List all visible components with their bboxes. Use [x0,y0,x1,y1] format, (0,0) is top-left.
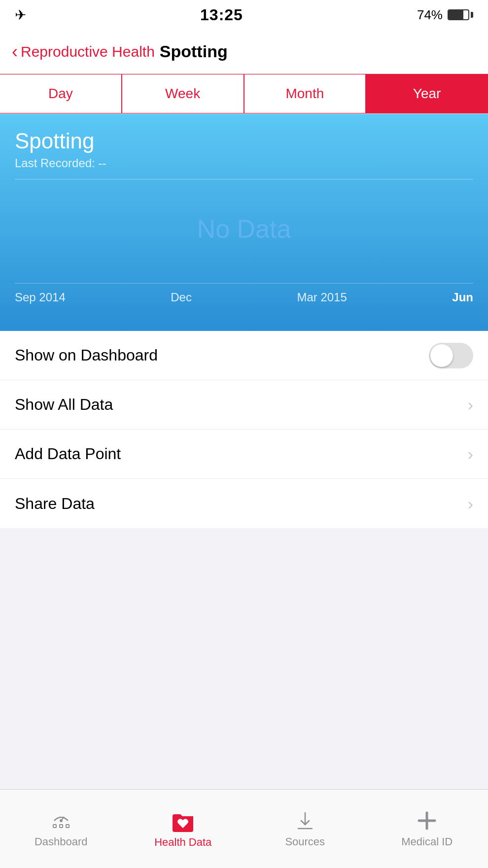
medical-id-tab-label: Medical ID [401,835,453,848]
axis-dec: Dec [171,290,192,304]
dashboard-tab-label: Dashboard [35,835,88,848]
chevron-container-1: › [468,395,473,414]
add-data-point-item[interactable]: Add Data Point › [0,430,488,479]
health-data-tab-label: Health Data [154,836,211,849]
airplane-icon: ✈ [15,7,26,23]
bottom-tab-sources[interactable]: Sources [244,810,366,848]
chart-divider [15,179,473,180]
status-bar: ✈ 13:25 74% [0,0,488,30]
page-title: Spotting [160,42,228,61]
show-all-data-item[interactable]: Show All Data › [0,380,488,430]
bottom-tab-health-data[interactable]: Health Data [122,809,244,849]
list-section: Show on Dashboard Show All Data › Add Da… [0,331,488,528]
chevron-container-2: › [468,444,473,464]
tab-year[interactable]: Year [366,74,488,113]
bottom-tab-bar: Dashboard Health Data Sources Medical ID [0,789,488,868]
toggle-container [429,343,473,368]
chart-card: Spotting Last Recorded: -- No Data Sep 2… [0,114,488,331]
chevron-container-3: › [468,494,473,513]
tab-day[interactable]: Day [0,74,122,113]
chevron-icon-1: › [468,395,473,414]
share-data-label: Share Data [15,495,95,513]
bottom-tab-dashboard[interactable]: Dashboard [0,810,122,848]
chevron-icon-3: › [468,494,473,513]
chart-axis: Sep 2014 Dec Mar 2015 Jun [15,283,473,312]
nav-header: ‹ Reproductive Health Spotting [0,30,488,74]
axis-jun: Jun [452,290,473,304]
axis-mar2015: Mar 2015 [297,290,347,304]
dashboard-icon [50,810,72,832]
tab-month[interactable]: Month [244,74,366,113]
chart-subtitle: Last Recorded: -- [15,156,473,170]
sources-icon [294,810,316,832]
medical-id-icon [416,810,438,832]
svg-rect-2 [53,825,56,828]
back-button[interactable]: ‹ Reproductive Health [12,43,155,61]
show-all-data-label: Show All Data [15,396,113,414]
battery-icon [448,9,473,20]
chevron-icon-2: › [468,444,473,464]
show-on-dashboard-item[interactable]: Show on Dashboard [0,331,488,380]
toggle-knob [430,344,453,367]
back-label: Reproductive Health [21,43,155,60]
tab-selector: Day Week Month Year [0,74,488,114]
tab-week[interactable]: Week [122,74,244,113]
add-data-point-label: Add Data Point [15,445,121,463]
no-data-label: No Data [15,214,473,244]
show-on-dashboard-label: Show on Dashboard [15,346,158,364]
battery-percent: 74% [417,7,443,23]
chart-title: Spotting [15,129,473,153]
svg-rect-3 [60,825,63,828]
status-time: 13:25 [200,6,243,24]
share-data-item[interactable]: Share Data › [0,479,488,528]
bottom-tab-medical-id[interactable]: Medical ID [366,810,488,848]
sources-tab-label: Sources [285,835,325,848]
status-right: 74% [417,7,473,23]
dashboard-toggle[interactable] [429,343,473,368]
svg-rect-4 [66,825,69,828]
back-arrow-icon: ‹ [12,43,18,61]
axis-sep2014: Sep 2014 [15,290,66,304]
health-data-icon [171,809,195,832]
